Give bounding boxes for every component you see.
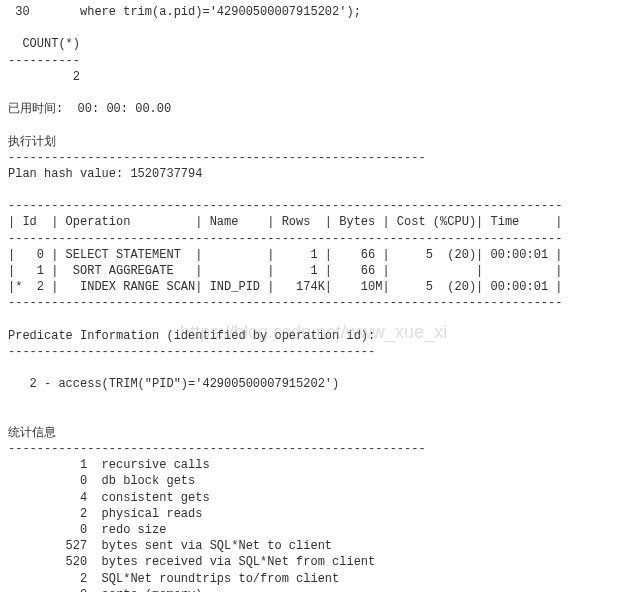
stat-line: 2 SQL*Net roundtrips to/from client: [8, 572, 339, 586]
stat-line: 527 bytes sent via SQL*Net to client: [8, 539, 332, 553]
stat-line: 0 db block gets: [8, 474, 195, 488]
stat-line: 520 bytes received via SQL*Net from clie…: [8, 555, 375, 569]
count-header: COUNT(*): [8, 37, 80, 51]
table-row: | 1 | SORT AGGREGATE | | 1 | 66 | | |: [8, 264, 563, 278]
divider: ----------------------------------------…: [8, 442, 426, 456]
table-row: |* 2 | INDEX RANGE SCAN| IND_PID | 174K|…: [8, 280, 563, 294]
stat-line: 4 consistent gets: [8, 491, 210, 505]
section-header-stats: 统计信息: [8, 426, 56, 440]
predicate-header: Predicate Information (identified by ope…: [8, 329, 375, 343]
count-value: 2: [8, 70, 80, 84]
stat-line: 0 redo size: [8, 523, 166, 537]
stat-line: 2 physical reads: [8, 507, 202, 521]
sql-line: 30 where trim(a.pid)='42900500007915202'…: [8, 5, 361, 19]
stat-line: 0 sorts (memory): [8, 588, 202, 592]
table-header: | Id | Operation | Name | Rows | Bytes |…: [8, 215, 563, 229]
plan-hash: Plan hash value: 1520737794: [8, 167, 202, 181]
section-header-plan: 执行计划: [8, 135, 56, 149]
divider: ----------------------------------------…: [8, 151, 426, 165]
table-row: | 0 | SELECT STATEMENT | | 1 | 66 | 5 (2…: [8, 248, 563, 262]
stat-line: 1 recursive calls: [8, 458, 210, 472]
table-border: ----------------------------------------…: [8, 232, 563, 246]
table-border: ----------------------------------------…: [8, 199, 563, 213]
table-border: ----------------------------------------…: [8, 296, 563, 310]
sql-output-block: 30 where trim(a.pid)='42900500007915202'…: [0, 0, 636, 592]
divider: ----------: [8, 54, 80, 68]
predicate-line: 2 - access(TRIM("PID")='4290050000791520…: [8, 377, 339, 391]
elapsed-time: 已用时间: 00: 00: 00.00: [8, 102, 171, 116]
divider: ----------------------------------------…: [8, 345, 375, 359]
